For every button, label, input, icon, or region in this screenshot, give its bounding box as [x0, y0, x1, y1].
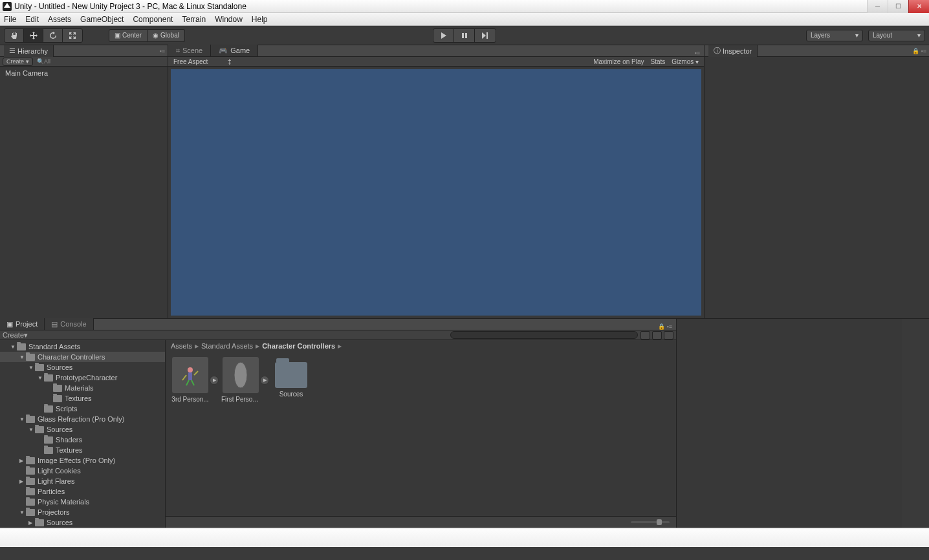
menu-file[interactable]: File [4, 15, 16, 24]
maximize-on-play-toggle[interactable]: Maximize on Play [593, 58, 644, 65]
scale-tool-button[interactable] [63, 29, 82, 42]
panel-options-icon[interactable]: 🔒 ▪≡ [658, 323, 672, 330]
layers-dropdown[interactable]: Layers▾ [806, 30, 863, 41]
game-icon: 🎮 [219, 47, 228, 55]
layout-dropdown[interactable]: Layout▾ [868, 30, 925, 41]
menu-assets[interactable]: Assets [48, 15, 71, 24]
folder-icon [17, 343, 26, 350]
main-toolbar: ▣Center ◉Global Layers▾ Layout▾ [0, 26, 929, 45]
prefab-thumbnail [223, 357, 259, 393]
rotate-tool-button[interactable] [43, 29, 63, 42]
folder-icon [35, 364, 44, 371]
folder-icon [44, 436, 53, 444]
project-search-input[interactable] [450, 331, 638, 339]
folder-icon [26, 499, 35, 506]
chevron-down-icon: ▾ [24, 331, 28, 339]
pivot-global-button[interactable]: ◉Global [148, 29, 185, 42]
tree-item[interactable]: ▼Character Controllers [0, 352, 165, 362]
menu-gameobject[interactable]: GameObject [80, 15, 124, 24]
tree-item[interactable]: ▶Light Flares [0, 476, 165, 486]
window-close-button[interactable]: ✕ [908, 0, 929, 13]
tree-item[interactable]: Textures [0, 445, 165, 455]
step-button[interactable] [475, 29, 496, 42]
play-controls [433, 28, 496, 43]
project-breadcrumb: Assets▶ Standard Assets▶ Character Contr… [166, 340, 676, 352]
tree-item[interactable]: ▼Glass Refraction (Pro Only) [0, 414, 165, 424]
tree-item[interactable]: Physic Materials [0, 497, 165, 507]
aspect-dropdown[interactable]: Free Aspect ‡ [173, 58, 231, 65]
tree-item[interactable]: Scripts [0, 404, 165, 414]
game-tab[interactable]: 🎮Game [211, 45, 258, 56]
play-icon[interactable]: ▶ [260, 376, 269, 385]
pivot-center-button[interactable]: ▣Center [109, 29, 148, 42]
panel-options-icon[interactable]: ▪≡ [160, 48, 165, 54]
asset-item-sources-folder[interactable]: Sources [272, 357, 311, 398]
breadcrumb-item[interactable]: Assets [171, 342, 192, 350]
folder-icon [26, 354, 35, 361]
tree-item[interactable]: Light Cookies [0, 466, 165, 476]
asset-item-first-person[interactable]: ▶ First Person... [221, 357, 260, 403]
prefab-thumbnail [172, 357, 208, 393]
filter-by-type-button[interactable] [640, 331, 650, 339]
hierarchy-create-button[interactable]: Create▾ [3, 58, 33, 66]
pause-button[interactable] [454, 29, 475, 42]
play-icon[interactable]: ▶ [210, 376, 219, 385]
menu-edit[interactable]: Edit [25, 15, 39, 24]
stats-toggle[interactable]: Stats [651, 58, 666, 65]
pivot-handle-group: ▣Center ◉Global [109, 29, 185, 42]
menu-component[interactable]: Component [133, 15, 173, 24]
tree-item[interactable]: ▶Sources [0, 517, 165, 528]
window-title: Unity - Untitled - New Unity Project 3 -… [14, 2, 246, 11]
folder-icon [44, 374, 53, 382]
tree-item[interactable]: ▼Projectors [0, 507, 165, 517]
inspector-tab[interactable]: ⓘInspector [708, 45, 758, 57]
inspector-lower [677, 319, 902, 528]
inspector-panel: ⓘInspector 🔒 ▪≡ [704, 45, 929, 318]
project-tab[interactable]: ▣Project [0, 318, 45, 330]
tree-item[interactable]: Materials [0, 383, 165, 393]
folder-icon [26, 488, 35, 495]
window-maximize-button[interactable]: ☐ [888, 0, 908, 13]
tree-item[interactable]: Shaders [0, 435, 165, 445]
tree-item[interactable]: ▼Sources [0, 424, 165, 435]
hierarchy-search[interactable]: 🔍All [37, 58, 50, 65]
hierarchy-icon: ☰ [9, 47, 16, 55]
tree-item[interactable]: ▼Standard Assets [0, 341, 165, 352]
folder-icon [44, 447, 53, 454]
tree-item[interactable]: ▼Sources [0, 362, 165, 372]
console-tab[interactable]: ▤Console [45, 318, 93, 330]
tree-item[interactable]: ▼PrototypeCharacter [0, 372, 165, 383]
hierarchy-tab[interactable]: ☰Hierarchy [4, 45, 54, 57]
project-create-button[interactable]: Create▾ [3, 331, 28, 339]
scene-icon: ⌗ [176, 47, 180, 55]
panel-options-icon[interactable]: 🔒 ▪≡ [912, 48, 926, 54]
save-search-button[interactable] [664, 331, 673, 339]
window-minimize-button[interactable]: ─ [867, 0, 888, 13]
transform-tool-group [4, 28, 83, 43]
menu-help[interactable]: Help [252, 15, 268, 24]
svg-line-4 [186, 380, 189, 385]
globe-icon: ◉ [153, 32, 158, 39]
hand-tool-button[interactable] [5, 29, 24, 42]
chevron-down-icon: ▾ [917, 32, 921, 39]
breadcrumb-item[interactable]: Standard Assets [201, 342, 253, 350]
gizmos-dropdown[interactable]: Gizmos ▾ [672, 58, 699, 65]
hierarchy-item-main-camera[interactable]: Main Camera [5, 69, 162, 77]
move-tool-button[interactable] [24, 29, 43, 42]
play-button[interactable] [433, 29, 454, 42]
tree-item[interactable]: Textures [0, 393, 165, 404]
menu-terrain[interactable]: Terrain [182, 15, 206, 24]
filter-by-label-button[interactable] [652, 331, 662, 339]
thumbnail-size-slider[interactable] [631, 521, 670, 523]
menu-window[interactable]: Window [215, 15, 243, 24]
scene-tab[interactable]: ⌗Scene [168, 45, 211, 56]
folder-icon [26, 457, 35, 464]
breadcrumb-current[interactable]: Character Controllers [262, 342, 335, 350]
folder-icon [26, 468, 35, 475]
tree-item[interactable]: Particles [0, 486, 165, 497]
asset-item-3rd-person[interactable]: ▶ 3rd Person... [171, 357, 210, 403]
panel-options-icon[interactable]: ▪≡ [695, 50, 704, 56]
tree-item[interactable]: ▶Image Effects (Pro Only) [0, 455, 165, 466]
unity-logo-icon [3, 2, 12, 11]
game-viewport[interactable] [168, 67, 704, 318]
